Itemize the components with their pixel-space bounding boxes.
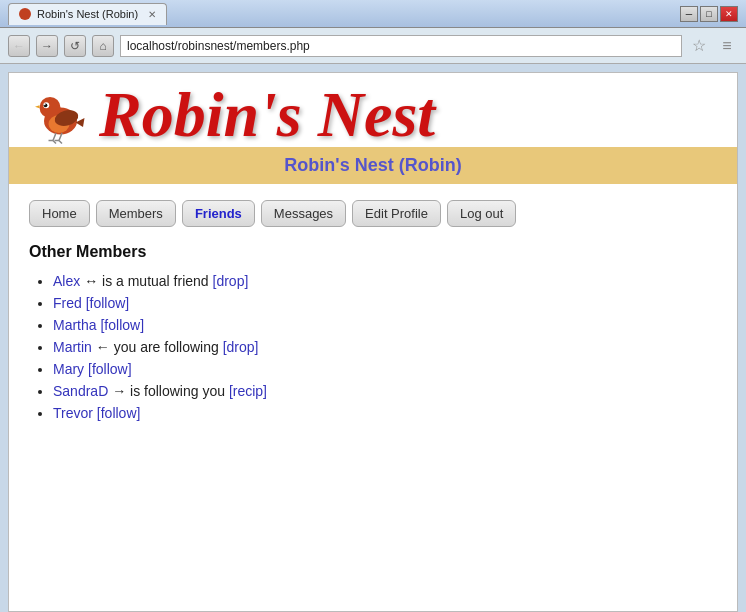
nav-messages-button[interactable]: Messages: [261, 200, 346, 227]
maximize-button[interactable]: □: [700, 6, 718, 22]
list-item: Mary [follow]: [53, 361, 717, 377]
member-action-sandrad[interactable]: [recip]: [229, 383, 267, 399]
tab-close-button[interactable]: ✕: [148, 9, 156, 20]
tab-favicon: [19, 8, 31, 20]
member-action-mary[interactable]: [follow]: [88, 361, 132, 377]
bookmark-button[interactable]: ☆: [688, 35, 710, 57]
member-action-martha[interactable]: [follow]: [100, 317, 144, 333]
browser-content: Robin's Nest Robin's Nest (Robin) Home M…: [8, 72, 738, 612]
nav-edit-profile-button[interactable]: Edit Profile: [352, 200, 441, 227]
site-header: Robin's Nest: [9, 73, 737, 147]
address-bar: ← → ↺ ⌂ localhost/robinsnest/members.php…: [0, 28, 746, 64]
member-status-alex: ↔ is a mutual friend: [84, 273, 212, 289]
navigation-bar: Home Members Friends Messages Edit Profi…: [9, 184, 737, 243]
window-titlebar: Robin's Nest (Robin) ✕ ─ □ ✕: [0, 0, 746, 28]
nav-logout-button[interactable]: Log out: [447, 200, 516, 227]
back-button[interactable]: ←: [8, 35, 30, 57]
reload-button[interactable]: ↺: [64, 35, 86, 57]
member-status-sandrad: → is following you: [112, 383, 229, 399]
nav-members-button[interactable]: Members: [96, 200, 176, 227]
svg-line-7: [53, 133, 56, 141]
member-action-trevor[interactable]: [follow]: [97, 405, 141, 421]
nav-friends-button[interactable]: Friends: [182, 200, 255, 227]
member-list: Alex ↔ is a mutual friend [drop] Fred [f…: [29, 273, 717, 421]
list-item: Fred [follow]: [53, 295, 717, 311]
member-action-alex[interactable]: [drop]: [213, 273, 249, 289]
member-name-sandrad[interactable]: SandraD: [53, 383, 108, 399]
svg-line-12: [59, 141, 62, 144]
nav-home-button[interactable]: Home: [29, 200, 90, 227]
member-name-fred[interactable]: Fred: [53, 295, 82, 311]
svg-point-5: [44, 104, 46, 106]
list-item: SandraD → is following you [recip]: [53, 383, 717, 399]
browser-tab[interactable]: Robin's Nest (Robin) ✕: [8, 3, 167, 25]
member-name-martin[interactable]: Martin: [53, 339, 92, 355]
member-name-trevor[interactable]: Trevor: [53, 405, 93, 421]
svg-point-4: [44, 103, 48, 107]
subtitle-bar: Robin's Nest (Robin): [9, 147, 737, 184]
site-subtitle: Robin's Nest (Robin): [284, 155, 461, 175]
home-button[interactable]: ⌂: [92, 35, 114, 57]
logo-text: Robin's Nest: [99, 83, 435, 147]
member-action-fred[interactable]: [follow]: [86, 295, 130, 311]
bird-logo-icon: [29, 85, 89, 145]
list-item: Alex ↔ is a mutual friend [drop]: [53, 273, 717, 289]
member-name-martha[interactable]: Martha: [53, 317, 97, 333]
list-item: Martin ← you are following [drop]: [53, 339, 717, 355]
list-item: Martha [follow]: [53, 317, 717, 333]
window-controls: ─ □ ✕: [680, 6, 738, 22]
member-status-martin: ← you are following: [96, 339, 223, 355]
forward-button[interactable]: →: [36, 35, 58, 57]
site-logo: Robin's Nest: [29, 83, 717, 147]
list-item: Trevor [follow]: [53, 405, 717, 421]
tab-title: Robin's Nest (Robin): [37, 8, 138, 20]
section-title: Other Members: [29, 243, 717, 261]
close-button[interactable]: ✕: [720, 6, 738, 22]
member-action-martin[interactable]: [drop]: [223, 339, 259, 355]
minimize-button[interactable]: ─: [680, 6, 698, 22]
url-input[interactable]: localhost/robinsnest/members.php: [120, 35, 682, 57]
member-name-alex[interactable]: Alex: [53, 273, 80, 289]
browser-menu-button[interactable]: ≡: [716, 35, 738, 57]
member-name-mary[interactable]: Mary: [53, 361, 84, 377]
members-section: Other Members Alex ↔ is a mutual friend …: [9, 243, 737, 447]
